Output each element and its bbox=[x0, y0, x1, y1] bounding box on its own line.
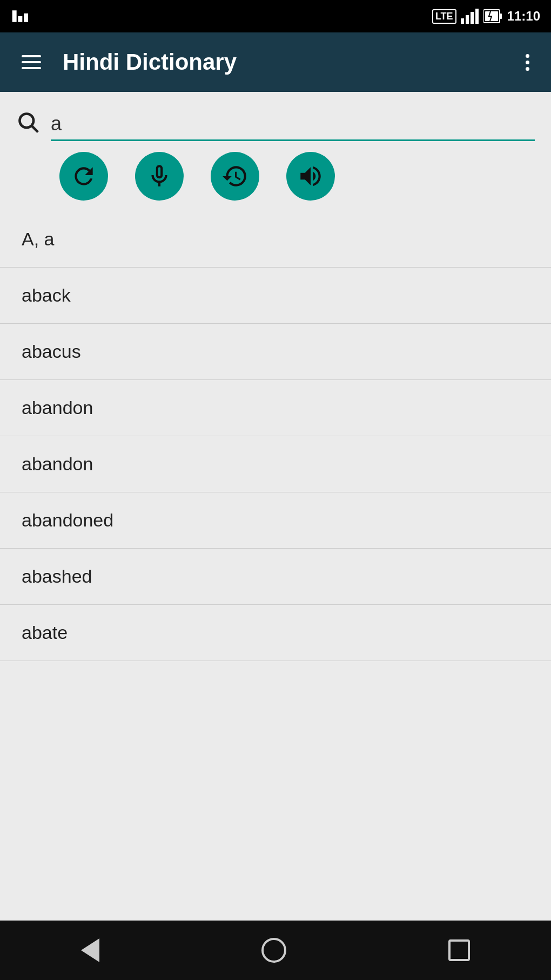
volume-icon bbox=[297, 163, 324, 190]
app-bar: Hindi Dictionary bbox=[0, 32, 551, 92]
list-item[interactable]: abashed bbox=[0, 549, 551, 605]
word-text: abandon bbox=[22, 397, 93, 418]
word-text: abate bbox=[22, 622, 68, 643]
word-text: abandon bbox=[22, 454, 93, 474]
home-button[interactable] bbox=[245, 932, 303, 968]
list-item[interactable]: abandon bbox=[0, 380, 551, 436]
more-options-button[interactable] bbox=[520, 49, 535, 76]
back-triangle-icon bbox=[81, 938, 99, 962]
list-item[interactable]: abandoned bbox=[0, 492, 551, 549]
list-item[interactable]: abacus bbox=[0, 324, 551, 380]
svg-rect-0 bbox=[461, 18, 464, 24]
battery-icon bbox=[483, 9, 503, 24]
app-title: Hindi Dictionary bbox=[63, 49, 520, 75]
svg-point-7 bbox=[19, 114, 33, 128]
status-bar-sim-icon bbox=[11, 8, 28, 25]
hamburger-line-2 bbox=[22, 61, 41, 63]
search-row bbox=[16, 108, 535, 141]
lte-badge: LTE bbox=[432, 9, 456, 24]
svg-rect-2 bbox=[471, 12, 474, 24]
list-item[interactable]: aback bbox=[0, 268, 551, 324]
svg-rect-3 bbox=[475, 9, 479, 24]
microphone-button[interactable] bbox=[135, 152, 184, 201]
status-bar-right: LTE 11:10 bbox=[432, 9, 540, 24]
hamburger-menu-button[interactable] bbox=[16, 50, 46, 75]
search-area bbox=[0, 92, 551, 211]
recents-square-icon bbox=[448, 939, 470, 961]
word-text: abashed bbox=[22, 566, 92, 586]
svg-rect-1 bbox=[466, 15, 469, 24]
word-list: A, a aback abacus abandon abandon abando… bbox=[0, 211, 551, 921]
action-buttons-row bbox=[16, 152, 535, 201]
time-display: 11:10 bbox=[507, 9, 540, 24]
home-circle-icon bbox=[261, 938, 286, 963]
microphone-icon bbox=[146, 163, 173, 190]
signal-icon bbox=[461, 9, 479, 24]
more-dot-1 bbox=[526, 54, 529, 58]
refresh-icon bbox=[70, 163, 97, 190]
bottom-navigation bbox=[0, 921, 551, 980]
word-text: abacus bbox=[22, 341, 81, 362]
back-button[interactable] bbox=[65, 933, 116, 968]
recents-button[interactable] bbox=[432, 934, 486, 966]
history-button[interactable] bbox=[211, 152, 259, 201]
list-item[interactable]: abandon bbox=[0, 436, 551, 492]
hamburger-line-3 bbox=[22, 67, 41, 69]
word-text: A, a bbox=[22, 229, 54, 249]
history-icon bbox=[221, 163, 248, 190]
status-bar: LTE 11:10 bbox=[0, 0, 551, 32]
list-item[interactable]: A, a bbox=[0, 211, 551, 268]
list-item[interactable]: abate bbox=[0, 605, 551, 661]
hamburger-line-1 bbox=[22, 55, 41, 57]
volume-button[interactable] bbox=[286, 152, 335, 201]
word-text: abandoned bbox=[22, 510, 113, 530]
search-icon bbox=[16, 110, 40, 139]
refresh-button[interactable] bbox=[59, 152, 108, 201]
svg-line-8 bbox=[32, 126, 38, 132]
more-dot-2 bbox=[526, 61, 529, 64]
word-text: aback bbox=[22, 285, 71, 305]
svg-rect-5 bbox=[500, 14, 502, 19]
search-input[interactable] bbox=[51, 108, 535, 141]
more-dot-3 bbox=[526, 67, 529, 71]
